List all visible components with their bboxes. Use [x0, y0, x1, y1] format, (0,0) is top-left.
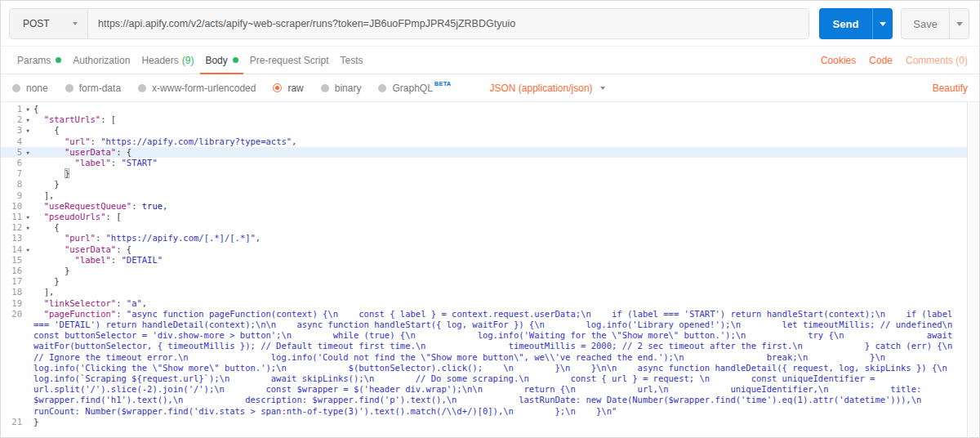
code-line-4[interactable]: 4 "url": "https://apify.com/library?type…	[1, 136, 967, 147]
fold-spacer	[22, 201, 33, 212]
fold-caret-icon[interactable]: ▼	[22, 222, 33, 233]
line-number: 10	[1, 201, 22, 212]
gutter: 15	[1, 255, 33, 266]
code-line-16[interactable]: 16 }	[1, 266, 967, 276]
code-line-12[interactable]: 12▼ {	[1, 222, 967, 233]
content-type-dropdown[interactable]: JSON (application/json)	[490, 83, 605, 94]
code-line-5[interactable]: 5▼ "userData": {	[1, 147, 967, 158]
beautify-button[interactable]: Beautify	[933, 83, 968, 94]
code-content: "label": "START"	[33, 158, 967, 168]
gutter: 17	[1, 276, 33, 287]
body-type-graphql[interactable]: GraphQLBETA	[378, 83, 451, 94]
save-button[interactable]: Save	[901, 8, 969, 39]
fold-caret-icon[interactable]: ▼	[22, 114, 33, 125]
postman-request-window: POST Send Save ParamsAuthorizationHeader…	[0, 0, 980, 438]
code-line-1[interactable]: 1▼{	[1, 104, 967, 114]
line-number: 5	[1, 147, 22, 158]
body-type-form-data[interactable]: form-data	[65, 83, 121, 94]
fold-spacer	[22, 158, 33, 168]
fold-caret-icon[interactable]: ▼	[22, 244, 33, 255]
line-number: 1	[1, 104, 22, 114]
code-line-13[interactable]: 13 "purl": "https://apify.com/[.*]/[.*]"…	[1, 233, 967, 244]
green-dot-icon	[56, 57, 61, 63]
save-button-label: Save	[902, 9, 949, 38]
code-line-7[interactable]: 7 }	[1, 168, 967, 179]
code-content: }	[33, 417, 967, 427]
url-input[interactable]	[88, 9, 808, 38]
editor-lines: 1▼{2▼ "startUrls": [3▼ {4 "url": "https:…	[1, 102, 968, 437]
code-line-3[interactable]: 3▼ {	[1, 125, 967, 136]
code-content: ],	[33, 190, 967, 201]
body-type-label: GraphQL	[392, 83, 432, 94]
code-line-18[interactable]: 18 ],	[1, 287, 967, 297]
code-line-14[interactable]: 14▼ "userData": {	[1, 244, 967, 255]
gutter: 3▼	[1, 125, 33, 136]
code-content: "useRequestQueue": true,	[33, 201, 967, 212]
body-type-label: raw	[287, 83, 303, 94]
line-number: 9	[1, 190, 22, 201]
tab-label: Params	[17, 55, 51, 66]
fold-spacer	[22, 168, 33, 179]
line-number: 2	[1, 114, 22, 125]
fold-caret-icon[interactable]: ▼	[22, 125, 33, 136]
code-line-8[interactable]: 8 }	[1, 179, 967, 190]
code-line-2[interactable]: 2▼ "startUrls": [	[1, 114, 967, 125]
send-button[interactable]: Send	[819, 8, 893, 39]
fold-spacer	[22, 287, 33, 297]
code-content: "pageFunction": "async function pageFunc…	[33, 309, 967, 417]
tab-authorization[interactable]: Authorization	[68, 47, 135, 74]
save-options-dropdown[interactable]	[949, 9, 969, 38]
radio-icon	[273, 83, 282, 92]
code-line-9[interactable]: 9 ],	[1, 190, 967, 201]
tab-body[interactable]: Body	[200, 47, 243, 74]
body-type-binary[interactable]: binary	[321, 83, 362, 94]
code-content: ],	[33, 287, 967, 297]
fold-caret-icon[interactable]: ▼	[22, 147, 33, 158]
body-type-x-www-form-urlencoded[interactable]: x-www-form-urlencoded	[138, 83, 256, 94]
gutter: 8	[1, 179, 33, 190]
send-options-dropdown[interactable]	[872, 8, 893, 39]
gutter: 5▼	[1, 147, 33, 158]
body-type-bar: noneform-datax-www-form-urlencodedrawbin…	[1, 74, 979, 102]
code-line-11[interactable]: 11▼ "pseudoUrls": [	[1, 212, 967, 222]
radio-icon	[65, 84, 74, 92]
code-content: "userData": {	[33, 147, 967, 158]
code-line-19[interactable]: 19 "linkSelector": "a",	[1, 298, 967, 309]
code-line-10[interactable]: 10 "useRequestQueue": true,	[1, 201, 967, 212]
tab-count-badge: (9)	[182, 55, 194, 66]
link-cookies[interactable]: Cookies	[821, 55, 856, 66]
line-number: 4	[1, 136, 22, 147]
code-line-20[interactable]: 20 "pageFunction": "async function pageF…	[1, 309, 967, 417]
code-content: {	[33, 222, 967, 233]
active-tab-underline	[200, 73, 243, 74]
code-line-15[interactable]: 15 "label": "DETAIL"	[1, 255, 967, 266]
line-number: 19	[1, 298, 22, 309]
chevron-down-icon	[600, 87, 605, 90]
code-line-17[interactable]: 17 }	[1, 276, 967, 287]
body-type-label: x-www-form-urlencoded	[152, 83, 256, 94]
fold-spacer	[22, 266, 33, 276]
tab-params[interactable]: Params	[12, 47, 66, 74]
line-number: 12	[1, 222, 22, 233]
raw-body-editor[interactable]: 1▼{2▼ "startUrls": [3▼ {4 "url": "https:…	[1, 102, 979, 437]
tab-pre-request-script[interactable]: Pre-request Script	[245, 47, 334, 74]
tab-label: Pre-request Script	[250, 55, 329, 66]
gutter: 16	[1, 266, 33, 276]
radio-icon	[12, 84, 20, 92]
method-dropdown[interactable]: POST	[10, 9, 88, 38]
line-number: 15	[1, 255, 22, 266]
line-number: 20	[1, 309, 22, 417]
editor-scrollbar[interactable]	[968, 102, 979, 437]
code-content: "url": "https://apify.com/library?type=a…	[33, 136, 967, 147]
link-code[interactable]: Code	[869, 55, 893, 66]
tab-headers[interactable]: Headers(9)	[136, 47, 198, 74]
body-type-none[interactable]: none	[12, 83, 48, 94]
code-line-21[interactable]: 21}	[1, 417, 967, 427]
code-line-6[interactable]: 6 "label": "START"	[1, 158, 967, 168]
body-type-raw[interactable]: raw	[273, 83, 303, 94]
fold-caret-icon[interactable]: ▼	[22, 212, 33, 222]
tab-tests[interactable]: Tests	[335, 47, 368, 74]
link-comments-0[interactable]: Comments (0)	[906, 55, 968, 66]
fold-spacer	[22, 276, 33, 287]
fold-caret-icon[interactable]: ▼	[22, 104, 33, 114]
